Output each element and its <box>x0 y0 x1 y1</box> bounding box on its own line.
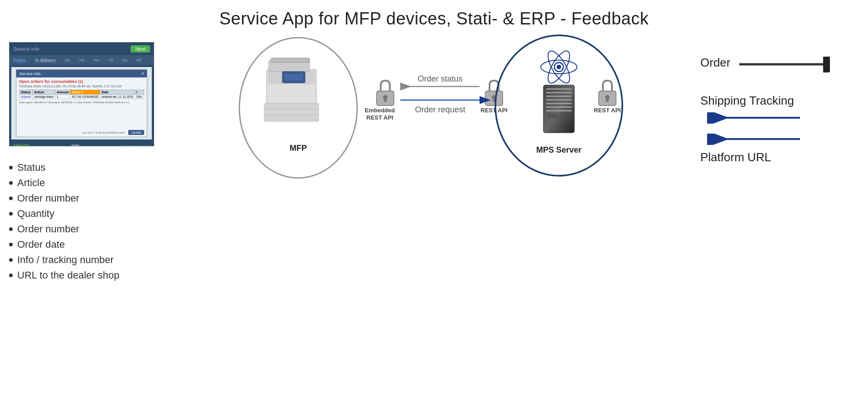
list-item-status: Status <box>9 160 181 175</box>
nav-art1: Art <box>65 58 70 62</box>
screenshot-header-label: Service Info <box>13 46 39 52</box>
order-arrow <box>739 57 830 72</box>
list-item-label: Order number <box>17 223 79 235</box>
list-item-label: Info / tracking number <box>17 254 114 266</box>
rest-api-label-2: REST API <box>594 107 621 114</box>
svg-rect-7 <box>271 58 310 62</box>
list-item-label: Quantity <box>17 208 54 220</box>
cell-status: ordered <box>19 95 33 99</box>
col-order-num: Order # <box>70 90 100 95</box>
shipping-tracking-arrows <box>700 112 859 125</box>
order-table: Status Article Amount Order # Date i <box>19 90 144 99</box>
nav-or: Or <box>108 58 113 62</box>
bullet-dot <box>9 212 13 216</box>
order-status-label: Order status <box>417 74 462 83</box>
dialog-heading: Open orders for consumables (1) <box>19 79 144 84</box>
page-wrapper: Service App for MFP devices, Stati- & ER… <box>0 0 868 394</box>
list-item-orderdate: Order date <box>9 237 181 252</box>
list-item-label: Article <box>17 177 45 189</box>
bullet-dot <box>9 197 13 200</box>
bullet-dot <box>9 166 13 169</box>
svg-text:REST API: REST API <box>366 114 393 121</box>
platform-url-label: Platform URL <box>700 150 771 164</box>
svg-rect-29 <box>546 106 572 108</box>
shipping-arrow <box>700 112 800 124</box>
svg-rect-4 <box>264 109 319 115</box>
svg-rect-24 <box>546 88 572 90</box>
list-item-label: Order number <box>17 192 79 204</box>
list-item-article: Article <box>9 175 181 191</box>
svg-rect-35 <box>606 98 609 102</box>
nav-inf: Inf <box>136 58 141 62</box>
diagram-svg: MFP Embedded REST API <box>219 33 650 183</box>
embedded-rest-api-label: Embedded <box>364 107 395 114</box>
list-item-label: Status <box>17 162 45 173</box>
right-panel: Order Shipping Tracking <box>687 42 859 164</box>
list-item-quantity: Quantity <box>9 206 181 221</box>
shipping-tracking-label: Shipping Tracking <box>700 94 794 107</box>
bullet-dot <box>9 274 13 277</box>
bottom-icons: ▓▓▓ <box>71 144 79 147</box>
list-item-label: URL to the dealer shop <box>17 269 119 281</box>
svg-rect-28 <box>546 103 572 104</box>
screenshot-mockup: Service Info Next Status In delivery Art… <box>9 42 154 146</box>
svg-rect-9 <box>285 74 303 81</box>
list-item-label: Order date <box>17 239 65 250</box>
svg-rect-31 <box>548 114 557 118</box>
list-item-ordernumber2: Order number <box>9 221 181 237</box>
in-delivery-label: In delivery <box>35 58 56 63</box>
col-amount: Amount <box>55 90 70 95</box>
col-status: Status <box>19 90 33 95</box>
bullet-dot <box>9 243 13 246</box>
svg-rect-12 <box>384 98 387 102</box>
svg-rect-5 <box>264 115 319 121</box>
col-date: Date <box>100 90 135 95</box>
left-panel: Service Info Next Status In delivery Art… <box>9 42 181 283</box>
svg-rect-27 <box>546 99 572 101</box>
svg-rect-30 <box>546 110 572 111</box>
list-item-url: URL to the dealer shop <box>9 268 181 283</box>
diagram-area: MFP Embedded REST API <box>181 33 687 183</box>
svg-point-19 <box>557 65 561 69</box>
content-area: Service Info Next Status In delivery Art… <box>9 42 859 283</box>
shipping-tracking-row: Shipping Tracking <box>700 94 859 125</box>
list-item-ordernumber1: Order number <box>9 191 181 206</box>
page-title: Service App for MFP devices, Stati- & ER… <box>9 9 859 29</box>
cell-dnl: DNL <box>135 95 144 99</box>
list-item-tracking: Info / tracking number <box>9 252 181 268</box>
cell-order-num: 927-04-1376494535 <box>70 95 100 99</box>
order-row: Order <box>700 56 859 73</box>
bottom-time: 13/12/2019 12:00 <box>122 144 150 147</box>
inner-dialog-title: Service Info × <box>16 70 147 77</box>
table-row: ordered cartridge black 1 927-04-1376494… <box>19 95 144 99</box>
bullet-dot <box>9 227 13 231</box>
dialog-close-btn[interactable]: × <box>141 71 144 76</box>
mps-server-label: MPS Server <box>536 145 581 154</box>
screenshot-header: Service Info Next <box>10 43 154 55</box>
bullet-dot <box>9 258 13 262</box>
nav-am: Am <box>93 58 100 62</box>
nav-da: Da <box>122 58 127 62</box>
bottom-status: Status <box>13 144 29 147</box>
dialog-footer: (V1.3.0) © 2019 docuFORM GmbH Update <box>82 130 144 135</box>
user-agent-text: User-agent: Mozilla/5.0 (Standard: MFM10… <box>19 101 144 104</box>
bullet-list: Status Article Order number Quantity Ord… <box>9 160 181 283</box>
dialog-sub: TASKalfa 3520i, H231111295, 00-17CBI-48-… <box>19 85 144 88</box>
platform-url-arrow <box>700 134 859 147</box>
svg-rect-26 <box>546 96 572 97</box>
svg-rect-25 <box>546 92 572 93</box>
mfp-label: MFP <box>290 144 307 153</box>
bullet-dot <box>9 181 13 185</box>
cell-article: cartridge black <box>33 95 55 99</box>
screenshot-status-bar: Status In delivery Art Art Am Or Da Inf <box>10 55 154 65</box>
platform-arrow <box>700 134 800 145</box>
update-button[interactable]: Update <box>128 130 144 135</box>
cell-date: ordered am: 11.12.2019 <box>100 95 135 99</box>
col-article: Article <box>33 90 55 95</box>
screenshot-next-btn[interactable]: Next <box>131 45 150 53</box>
rest-api-label-1: REST API <box>480 107 507 114</box>
footer-note: (V1.3.0) © 2019 docuFORM GmbH <box>82 131 125 134</box>
screenshot-body: Service Info × Open orders for consumabl… <box>11 67 152 139</box>
order-label: Order <box>700 56 730 70</box>
dialog-title-text: Service Info <box>19 72 41 76</box>
